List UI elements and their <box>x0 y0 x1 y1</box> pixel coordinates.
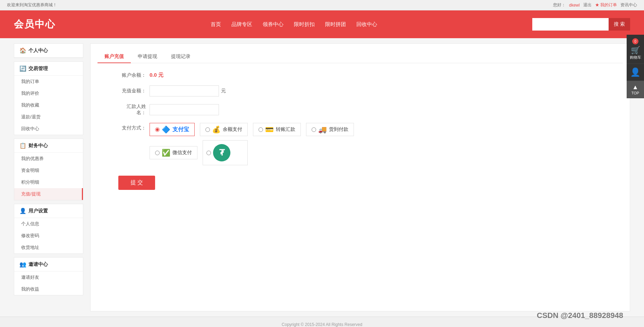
balance-radio[interactable] <box>205 127 210 132</box>
sidebar-title-user-settings: 👤 用户设置 <box>14 204 83 218</box>
nav-group[interactable]: 限时拼团 <box>325 21 346 28</box>
main-container: 🏠 个人中心 🔄 交易管理 我的订单 我的评价 我的收藏 退款/退货 回收中心 … <box>0 38 644 317</box>
balance-label: 账户余额： <box>118 72 146 78</box>
tabs: 账户充值 申请提现 提现记录 <box>98 51 623 63</box>
nav-discount[interactable]: 限时折扣 <box>294 21 315 28</box>
cart-badge: 0 <box>632 38 638 44</box>
nav-brand[interactable]: 品牌专区 <box>231 21 252 28</box>
sidebar-item-invite-friends[interactable]: 邀请好友 <box>14 271 83 283</box>
payment-option-transfer[interactable]: 💳 转账汇款 <box>253 123 301 136</box>
amount-input[interactable] <box>150 85 219 97</box>
sidebar-title-finance: 📋 财务中心 <box>14 139 83 153</box>
amount-label: 充值金额： <box>118 88 146 94</box>
sidebar-item-points-detail[interactable]: 积分明细 <box>14 176 83 188</box>
user-settings-icon: 👤 <box>19 208 26 214</box>
alipay-radio[interactable] <box>155 127 160 132</box>
search-input[interactable] <box>532 18 609 31</box>
sidebar-title-invite: 👥 邀请中心 <box>14 258 83 271</box>
wechat-icon: ✅ <box>162 149 170 157</box>
top-bar: 欢迎来到淘宝优惠券商城！ 您好： dkewl 退出 ★ 我的订单 资讯中心 <box>0 0 644 10</box>
tether-radio[interactable] <box>206 151 211 155</box>
sidebar-item-recycle[interactable]: 回收中心 <box>14 123 83 135</box>
sidebar: 🏠 个人中心 🔄 交易管理 我的订单 我的评价 我的收藏 退款/退货 回收中心 … <box>14 43 83 311</box>
payment-options: 🔷 支付宝 💰 余额支付 💳 转账汇款 <box>150 123 354 165</box>
wechat-name: 微信支付 <box>172 150 192 156</box>
payment-label: 支付方式： <box>118 125 146 131</box>
alipay-icon: 🔷 <box>162 125 170 134</box>
top-button[interactable]: ▲ TOP <box>627 81 644 98</box>
balance-row: 账户余额： 0.0 元 <box>98 72 623 78</box>
header: 会员中心 首页 品牌专区 领券中心 限时折扣 限时拼团 回收中心 搜 索 <box>0 10 644 38</box>
sidebar-section-invite: 👥 邀请中心 邀请好友 我的收益 <box>14 257 83 295</box>
search-button[interactable]: 搜 索 <box>609 18 630 31</box>
balance-icon: 💰 <box>212 125 221 134</box>
wechat-radio[interactable] <box>155 151 160 155</box>
sidebar-section-title-text: 个人中心 <box>28 48 48 54</box>
balance-name: 余额支付 <box>223 126 242 133</box>
content-area: 账户充值 申请提现 提现记录 账户余额： 0.0 元 充值金额： 元 汇款人姓名… <box>90 43 630 311</box>
my-order-link[interactable]: ★ 我的订单 <box>595 2 617 8</box>
user-button[interactable]: 👤 <box>627 64 644 81</box>
sidebar-item-fund-detail[interactable]: 资金明细 <box>14 165 83 176</box>
nav-coupon[interactable]: 领券中心 <box>263 21 283 28</box>
user-icon: 👤 <box>630 67 641 77</box>
submit-button[interactable]: 提 交 <box>118 176 155 190</box>
payment-row-1: 🔷 支付宝 💰 余额支付 💳 转账汇款 <box>150 123 354 136</box>
sidebar-invite-text: 邀请中心 <box>28 261 48 268</box>
name-input[interactable] <box>150 104 219 115</box>
finance-icon: 📋 <box>19 142 26 149</box>
tab-withdraw-record[interactable]: 提现记录 <box>164 51 197 63</box>
nav-recycle[interactable]: 回收中心 <box>356 21 377 28</box>
sidebar-title-personal: 🏠 个人中心 <box>14 44 83 58</box>
sidebar-trade-text: 交易管理 <box>28 66 48 72</box>
sidebar-title-trade: 🔄 交易管理 <box>14 62 83 76</box>
sidebar-user-settings-text: 用户设置 <box>28 208 48 214</box>
payment-option-balance[interactable]: 💰 余额支付 <box>200 123 248 136</box>
sidebar-item-address[interactable]: 收货地址 <box>14 242 83 253</box>
name-row: 汇款人姓名： <box>98 103 623 116</box>
sidebar-item-my-favorites[interactable]: 我的收藏 <box>14 99 83 111</box>
logout-link[interactable]: 退出 <box>583 2 592 8</box>
search-box: 搜 索 <box>532 18 630 31</box>
nav-home[interactable]: 首页 <box>211 21 221 28</box>
sidebar-section-user-settings: 👤 用户设置 个人信息 修改密码 收货地址 <box>14 204 83 254</box>
alipay-name: 支付宝 <box>172 126 189 133</box>
payment-option-tether[interactable]: ₮ <box>203 140 248 165</box>
top-label: TOP <box>632 91 639 95</box>
payment-option-alipay[interactable]: 🔷 支付宝 <box>150 123 195 136</box>
submit-section: 提 交 <box>98 172 623 190</box>
sidebar-finance-text: 财务中心 <box>28 143 48 149</box>
balance-value: 0.0 元 <box>150 72 163 78</box>
tab-withdraw[interactable]: 申请提现 <box>131 51 164 63</box>
payment-section: 支付方式： 🔷 支付宝 💰 余额支付 <box>98 123 623 165</box>
transfer-radio[interactable] <box>259 127 263 132</box>
payment-option-wechat[interactable]: ✅ 微信支付 <box>150 146 197 159</box>
transfer-name: 转账汇款 <box>276 126 295 133</box>
transfer-icon: 💳 <box>265 125 274 134</box>
sidebar-item-my-earnings[interactable]: 我的收益 <box>14 283 83 295</box>
sidebar-item-change-password[interactable]: 修改密码 <box>14 230 83 242</box>
sidebar-section-personal: 🏠 个人中心 <box>14 43 83 58</box>
copyright: Copyright © 2015-2024 All Rights Reserve… <box>282 322 362 327</box>
sidebar-item-coupons[interactable]: 我的优惠券 <box>14 153 83 165</box>
greeting: 您好： <box>553 2 566 8</box>
csdn-watermark: CSDN @2401_88928948 <box>537 311 623 320</box>
welcome-text: 欢迎来到淘宝优惠券商城！ <box>7 2 57 8</box>
delivery-name: 货到付款 <box>329 126 348 133</box>
sidebar-item-refund[interactable]: 退款/退货 <box>14 111 83 123</box>
top-icon: ▲ <box>632 84 638 91</box>
sidebar-item-my-orders[interactable]: 我的订单 <box>14 76 83 87</box>
sidebar-item-recharge[interactable]: 充值/提现 <box>14 188 83 200</box>
home-icon: 🏠 <box>19 47 26 54</box>
payment-option-delivery[interactable]: 🚚 货到付款 <box>306 123 354 136</box>
tab-recharge[interactable]: 账户充值 <box>98 51 131 63</box>
delivery-radio[interactable] <box>312 127 316 132</box>
cart-button[interactable]: 0 🛒 购物车 <box>627 35 644 64</box>
delivery-icon: 🚚 <box>318 125 327 134</box>
info-center-link[interactable]: 资讯中心 <box>620 2 637 8</box>
name-label: 汇款人姓名： <box>118 103 146 116</box>
sidebar-item-my-reviews[interactable]: 我的评价 <box>14 87 83 99</box>
trade-icon: 🔄 <box>19 65 26 72</box>
sidebar-item-profile[interactable]: 个人信息 <box>14 218 83 230</box>
cart-label: 购物车 <box>630 55 641 60</box>
